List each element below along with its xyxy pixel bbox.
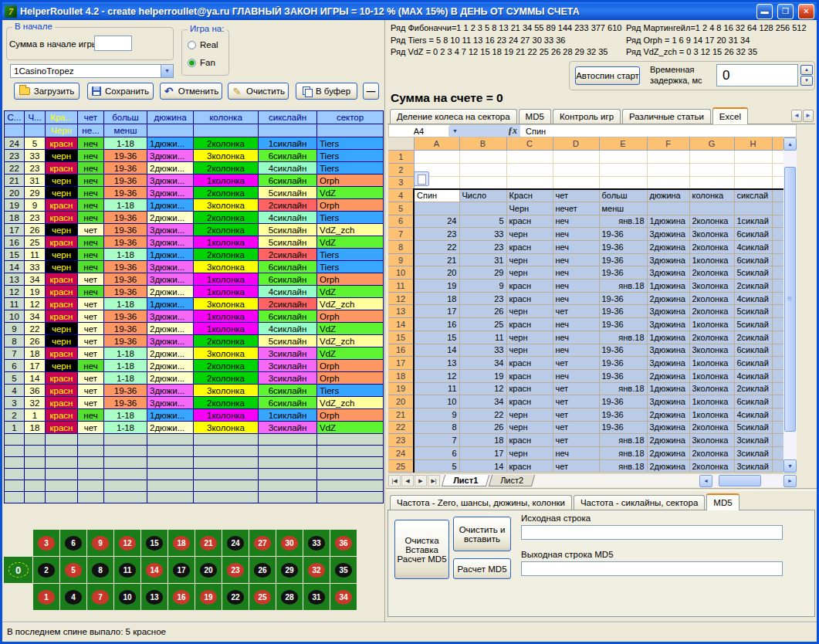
excel-cell[interactable]: черн [506,344,553,357]
roulette-cell-36[interactable]: 36 [330,530,357,556]
excel-cell[interactable]: неч [553,369,599,382]
excel-cell[interactable] [772,215,783,228]
excel-cell[interactable]: янв.18 [599,215,647,228]
excel-cell[interactable] [772,357,783,370]
excel-cell[interactable]: 17 [414,305,459,318]
excel-horizontal-scrollbar[interactable]: ◄ ► [699,475,797,487]
excel-cell[interactable] [772,408,783,421]
excel-cell[interactable]: красн [506,318,553,331]
roulette-cell-6[interactable]: 6 [60,530,86,556]
excel-cell[interactable]: 3дюжина [647,253,689,266]
excel-cell[interactable]: чет [553,305,599,318]
sheet-next-icon[interactable]: ▶ [415,475,427,486]
scroll-right-icon[interactable]: ► [783,475,797,487]
excel-cell[interactable]: янв.18 [599,447,647,460]
excel-cell[interactable]: черн [506,421,553,434]
excel-cell[interactable] [772,266,783,280]
excel-cell[interactable]: 1дюжина [647,382,689,395]
excel-cell[interactable]: 1колонка [689,408,734,421]
excel-cell[interactable] [772,421,783,434]
horizontal-scroll-thumb[interactable] [719,475,761,486]
excel-cell[interactable]: 25 [459,318,506,331]
excel-cell[interactable] [772,330,783,344]
md5-output-field[interactable] [521,561,783,576]
roulette-cell-22[interactable]: 22 [222,584,249,610]
excel-cell[interactable]: 19-36 [599,344,647,357]
excel-cell[interactable]: 19-36 [599,357,647,370]
excel-row-header[interactable]: 17 [388,357,414,370]
sheet-prev-icon[interactable]: ◀ [401,475,414,486]
excel-cell[interactable]: 23 [459,241,506,254]
excel-cell[interactable]: 1дюжина [647,330,689,344]
roulette-cell-14[interactable]: 14 [141,557,168,583]
excel-cell[interactable]: 19-36 [599,395,647,408]
excel-cell[interactable]: 14 [414,344,459,357]
excel-row-header[interactable]: 22 [388,421,414,434]
excel-cell[interactable] [772,434,783,447]
excel-column-header[interactable]: F [647,137,689,151]
roulette-cell-17[interactable]: 17 [168,557,195,583]
excel-cell[interactable]: 2сиклай [734,330,772,344]
excel-row-header[interactable]: 6 [388,215,414,228]
excel-cell[interactable]: 9 [459,280,506,293]
excel-cell[interactable] [772,459,783,473]
excel-column-header[interactable]: B [459,137,506,151]
excel-cell[interactable]: 1колонка [689,318,734,331]
excel-cell[interactable]: 3дюжина [647,357,689,370]
excel-cell[interactable]: красн [506,280,553,293]
excel-row-header[interactable]: 15 [388,330,414,344]
excel-row-header[interactable]: 24 [388,447,414,460]
roulette-cell-3[interactable]: 3 [33,530,59,556]
excel-cell[interactable]: 19-36 [599,408,647,421]
excel-cell[interactable]: 23 [414,228,459,241]
excel-cell[interactable]: неч [553,280,599,293]
excel-row-header[interactable]: 18 [388,369,414,382]
roulette-cell-25[interactable]: 25 [249,584,276,610]
excel-cell[interactable]: 4сиклай [734,408,772,421]
delay-spinner[interactable]: 0 [716,64,798,86]
scroll-down-icon[interactable]: ▼ [783,459,797,473]
autospin-start-button[interactable]: Автоспин старт [575,66,640,85]
excel-cell[interactable]: 2колонка [689,215,734,228]
toolbar-button-Отменить[interactable]: ↶Отменить [160,83,222,100]
excel-cell[interactable]: 2колонка [689,292,734,305]
roulette-cell-28[interactable]: 28 [276,584,303,610]
excel-cell[interactable]: 29 [459,266,506,280]
scroll-left-icon[interactable]: ◄ [699,475,712,487]
excel-cell[interactable] [459,151,506,164]
excel-vertical-scrollbar[interactable]: ▲ ▼ [783,137,797,473]
excel-cell[interactable]: чет [553,421,599,434]
excel-cell[interactable]: 3дюжина [647,344,689,357]
excel-cell[interactable]: 13 [414,357,459,370]
excel-cell[interactable]: черн [506,253,553,266]
excel-cell[interactable]: 3колонка [689,344,734,357]
roulette-cell-10[interactable]: 10 [114,584,140,610]
excel-cell[interactable] [772,163,783,176]
excel-cell[interactable]: 18 [414,292,459,305]
excel-cell[interactable]: черн [506,330,553,344]
excel-cell[interactable]: 5сиклай [734,266,772,280]
excel-cell[interactable]: 6сиклай [734,228,772,241]
excel-row-header[interactable]: 21 [388,408,414,421]
excel-cell[interactable] [734,163,772,176]
excel-cell[interactable] [553,176,599,189]
excel-row-header[interactable]: 12 [388,292,414,305]
excel-column-header[interactable]: E [599,137,647,151]
excel-cell[interactable] [772,344,783,357]
excel-cell[interactable]: чет [553,408,599,421]
excel-cell[interactable]: 33 [459,228,506,241]
excel-cell[interactable]: 2колонка [689,241,734,254]
excel-cell[interactable] [689,202,734,215]
tab-Контроль игр[interactable]: Контроль игр [553,109,621,124]
excel-row-header[interactable]: 25 [388,459,414,473]
excel-cell[interactable]: 19-36 [599,241,647,254]
roulette-cell-33[interactable]: 33 [303,530,330,556]
chevron-down-icon[interactable]: ▼ [161,65,173,77]
excel-cell[interactable]: дюжина [647,189,689,202]
excel-cell[interactable]: 34 [459,395,506,408]
radio-fan[interactable]: Fan [188,58,215,67]
excel-cell[interactable]: чет [553,357,599,370]
maximize-button-icon[interactable]: ❐ [777,4,794,19]
excel-cell[interactable]: 2сиклай [734,280,772,293]
excel-row-header[interactable]: 3 [388,176,414,189]
